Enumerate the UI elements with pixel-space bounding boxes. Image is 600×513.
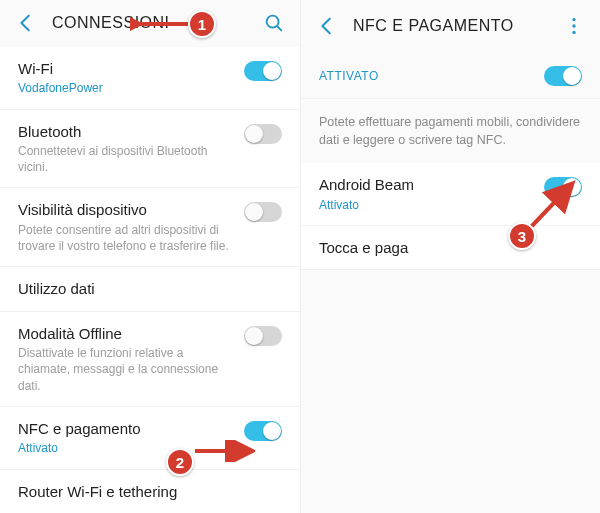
- back-icon[interactable]: [315, 14, 339, 38]
- row-bluetooth[interactable]: Bluetooth Connettetevi ai dispositivi Bl…: [0, 110, 300, 189]
- annotation-badge-3: 3: [508, 222, 536, 250]
- row-title: Android Beam: [319, 175, 534, 195]
- svg-line-1: [277, 26, 281, 30]
- row-title: Router Wi-Fi e tethering: [18, 482, 282, 502]
- row-nfc-payment[interactable]: NFC e pagamento Attivato: [0, 407, 300, 470]
- android-beam-toggle[interactable]: [544, 177, 582, 197]
- titlebar-right: NFC E PAGAMENTO: [301, 0, 600, 52]
- wifi-toggle[interactable]: [244, 61, 282, 81]
- svg-point-4: [572, 31, 575, 34]
- row-sub: Attivato: [319, 197, 534, 213]
- visibility-toggle[interactable]: [244, 202, 282, 222]
- svg-point-3: [572, 24, 575, 27]
- row-title: Tocca e paga: [319, 238, 582, 258]
- search-icon[interactable]: [262, 11, 286, 35]
- row-visibility[interactable]: Visibilità dispositivo Potete consentire…: [0, 188, 300, 267]
- row-android-beam[interactable]: Android Beam Attivato: [301, 163, 600, 226]
- annotation-badge-2: 2: [166, 448, 194, 476]
- row-sub: VodafonePower: [18, 80, 234, 96]
- nfc-description: Potete effettuare pagamenti mobili, cond…: [301, 99, 600, 163]
- row-wifi[interactable]: Wi-Fi VodafonePower: [0, 47, 300, 110]
- row-offline-mode[interactable]: Modalità Offline Disattivate le funzioni…: [0, 312, 300, 407]
- section-attivato: ATTIVATO: [301, 52, 600, 99]
- annotation-badge-1: 1: [188, 10, 216, 38]
- row-sub: Potete consentire ad altri dispositivi d…: [18, 222, 234, 254]
- page-title: CONNESSIONI: [52, 14, 248, 32]
- row-title: Bluetooth: [18, 122, 234, 142]
- nfc-master-toggle[interactable]: [544, 66, 582, 86]
- row-tap-pay[interactable]: Tocca e paga: [301, 226, 600, 271]
- nfc-payment-screen: NFC E PAGAMENTO ATTIVATO Potete effettua…: [300, 0, 600, 513]
- section-label: ATTIVATO: [319, 68, 534, 84]
- row-data-usage[interactable]: Utilizzo dati: [0, 267, 300, 312]
- row-sub: Disattivate le funzioni relative a chiam…: [18, 345, 234, 394]
- row-title: Wi-Fi: [18, 59, 234, 79]
- page-title: NFC E PAGAMENTO: [353, 17, 548, 35]
- row-tethering[interactable]: Router Wi-Fi e tethering: [0, 470, 300, 514]
- row-sub: Connettetevi ai dispositivi Bluetooth vi…: [18, 143, 234, 175]
- bluetooth-toggle[interactable]: [244, 124, 282, 144]
- row-title: Modalità Offline: [18, 324, 234, 344]
- row-title: Visibilità dispositivo: [18, 200, 234, 220]
- offline-toggle[interactable]: [244, 326, 282, 346]
- row-title: NFC e pagamento: [18, 419, 234, 439]
- more-icon[interactable]: [562, 14, 586, 38]
- svg-point-2: [572, 18, 575, 21]
- row-title: Utilizzo dati: [18, 279, 282, 299]
- back-icon[interactable]: [14, 11, 38, 35]
- connections-screen: CONNESSIONI Wi-Fi VodafonePower Bluetoot…: [0, 0, 300, 513]
- titlebar-left: CONNESSIONI: [0, 0, 300, 47]
- nfc-toggle[interactable]: [244, 421, 282, 441]
- row-sub: Attivato: [18, 440, 234, 456]
